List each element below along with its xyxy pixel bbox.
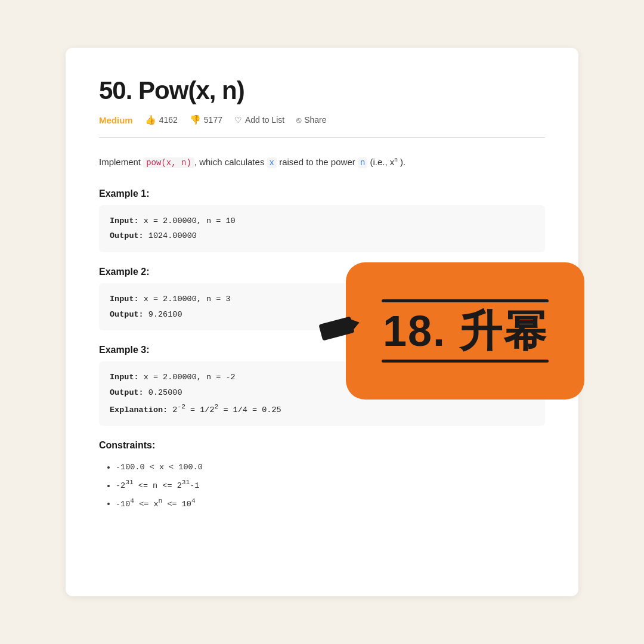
share-item[interactable]: ⎋ Share <box>296 115 326 125</box>
add-to-list-label: Add to List <box>245 115 284 125</box>
example1-input: Input: x = 2.00000, n = 10 <box>110 213 534 229</box>
example3-explanation: Explanation: 2-2 = 1/22 = 1/4 = 0.25 <box>110 401 534 417</box>
share-label: Share <box>304 115 326 125</box>
badge-top-line <box>382 299 549 302</box>
constraints-title: Constraints: <box>99 440 545 451</box>
difficulty-badge[interactable]: Medium <box>99 115 133 125</box>
heart-icon: ♡ <box>234 115 242 125</box>
constraint-3: -104 <= xn <= 104 <box>116 494 545 513</box>
likes-count: 4162 <box>159 115 178 125</box>
add-to-list-item[interactable]: ♡ Add to List <box>234 115 284 125</box>
badge-text: 18. 升幂 <box>383 309 547 352</box>
badge-bottom-line <box>382 360 549 363</box>
constraint-2: -231 <= n <= 231-1 <box>116 476 545 494</box>
dislikes-item: 👎 5177 <box>190 114 222 125</box>
constraints-list: -100.0 < x < 100.0 -231 <= n <= 231-1 -1… <box>99 459 545 513</box>
example1-block: Input: x = 2.00000, n = 10 Output: 1024.… <box>99 205 545 252</box>
example1-title: Example 1: <box>99 188 545 199</box>
constraint-1: -100.0 < x < 100.0 <box>116 459 545 476</box>
dislikes-count: 5177 <box>204 115 222 125</box>
meta-row: Medium 👍 4162 👎 5177 ♡ Add to List ⎋ Sha… <box>99 114 545 138</box>
n-keyword: n <box>358 157 367 168</box>
share-icon: ⎋ <box>296 115 301 125</box>
thumbs-up-icon: 👍 <box>145 114 156 125</box>
likes-item: 👍 4162 <box>145 114 178 125</box>
pow-code: pow(x, n) <box>143 157 194 168</box>
overlay-badge: 18. 升幂 <box>346 262 584 400</box>
example1-output: Output: 1024.00000 <box>110 228 534 244</box>
thumbs-down-icon: 👎 <box>190 114 201 125</box>
raised-to-the-power-text: raised to the power <box>279 157 358 167</box>
superscript-n: n <box>394 156 398 163</box>
x-keyword: x <box>267 157 277 168</box>
problem-title: 50. Pow(x, n) <box>99 76 545 105</box>
problem-card: 50. Pow(x, n) Medium 👍 4162 👎 5177 ♡ Add… <box>66 48 578 596</box>
problem-description: Implement pow(x, n), which calculates x … <box>99 154 545 171</box>
